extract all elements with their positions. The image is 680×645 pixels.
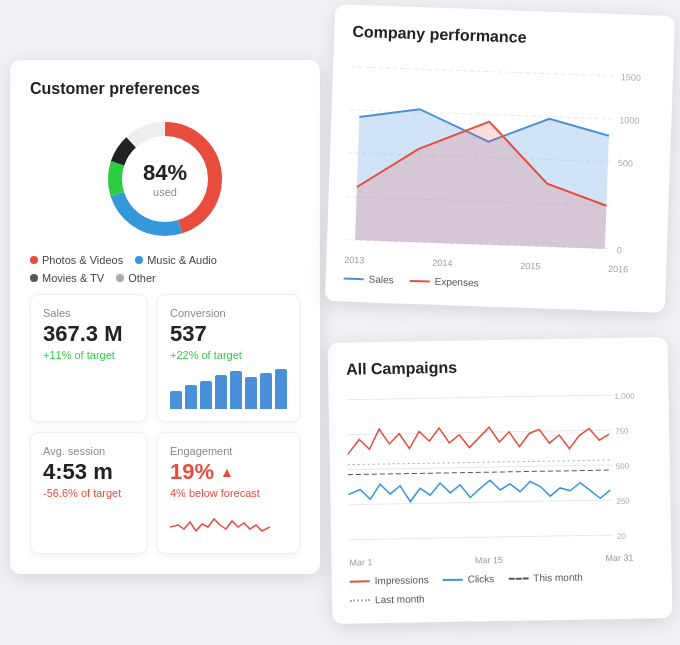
customer-preferences-card: Customer preferences 84% used (10, 60, 320, 574)
x-label-mar31: Mar 31 (605, 553, 633, 563)
music-dot (135, 256, 143, 264)
bar-8 (275, 369, 287, 409)
legend-last-month: Last month (350, 593, 425, 605)
company-legend: Sales Expenses (344, 273, 648, 295)
svg-line-18 (348, 465, 613, 470)
expenses-line-icon (410, 279, 430, 282)
svg-line-26 (348, 470, 610, 475)
customer-card-title: Customer preferences (30, 80, 300, 98)
avg-session-value: 4:53 m (43, 461, 134, 483)
campaigns-chart-area: 1,000 750 500 250 20 Mar 1 Mar 15 Mar 31 (346, 389, 654, 605)
avg-session-sub: -56.6% of target (43, 487, 134, 499)
company-chart-area: 1500 1000 500 0 2013 2014 2015 2016 Sale… (344, 57, 656, 294)
engagement-sub: 4% below forecast (170, 487, 287, 499)
campaigns-x-labels: Mar 1 Mar 15 Mar 31 (349, 552, 653, 567)
this-month-label: This month (533, 572, 583, 584)
sales-line-icon (344, 277, 364, 280)
donut-label: used (143, 186, 187, 198)
last-month-line-icon (350, 599, 370, 601)
svg-text:500: 500 (618, 158, 633, 169)
engagement-label: Engagement (170, 445, 287, 457)
legend-sales: Sales (344, 273, 394, 286)
bar-5 (230, 371, 242, 409)
svg-line-19 (348, 500, 613, 505)
svg-text:1500: 1500 (621, 72, 641, 83)
donut-chart-container: 84% used (30, 114, 300, 244)
svg-text:20: 20 (617, 532, 627, 541)
photos-dot (30, 256, 38, 264)
engagement-mini-card: Engagement 19% ▲ 4% below forecast (157, 432, 300, 554)
expenses-legend-label: Expenses (434, 276, 478, 289)
engagement-value: 19% (170, 461, 214, 483)
donut-legend: Photos & Videos Music & Audio Movies & T… (30, 254, 300, 284)
donut-chart: 84% used (100, 114, 230, 244)
svg-text:1000: 1000 (619, 115, 639, 126)
bar-2 (185, 385, 197, 409)
sales-label: Sales (43, 307, 134, 319)
legend-item-movies: Movies & TV (30, 272, 104, 284)
conversion-label: Conversion (170, 307, 287, 319)
sales-value: 367.3 M (43, 323, 134, 345)
conversion-bar-chart (170, 369, 287, 409)
donut-center: 84% used (143, 160, 187, 198)
svg-text:750: 750 (615, 427, 629, 436)
bar-3 (200, 381, 212, 409)
impressions-label: Impressions (375, 574, 429, 586)
clicks-line-icon (443, 578, 463, 580)
other-dot (116, 274, 124, 282)
svg-text:1,000: 1,000 (614, 392, 635, 401)
legend-item-music: Music & Audio (135, 254, 217, 266)
svg-text:500: 500 (616, 462, 630, 471)
x-label-2016: 2016 (608, 264, 628, 275)
x-label-mar15: Mar 15 (475, 555, 503, 565)
conversion-mini-card: Conversion 537 +22% of target (157, 294, 300, 422)
bar-1 (170, 391, 182, 409)
svg-line-5 (351, 67, 616, 76)
legend-item-photos: Photos & Videos (30, 254, 123, 266)
svg-line-27 (348, 460, 610, 465)
sales-legend-label: Sales (369, 273, 394, 285)
svg-line-16 (347, 395, 612, 400)
engagement-sparkline (170, 507, 287, 541)
legend-impressions: Impressions (350, 574, 429, 586)
svg-line-17 (347, 430, 612, 435)
movies-label: Movies & TV (42, 272, 104, 284)
sales-sub: +11% of target (43, 349, 134, 361)
campaigns-chart-svg: 1,000 750 500 250 20 (346, 390, 639, 550)
bar-6 (245, 377, 257, 409)
campaigns-legend: Impressions Clicks This month Last month (350, 570, 654, 605)
svg-line-20 (349, 535, 614, 540)
this-month-line-icon (508, 577, 528, 579)
campaigns-card: All Campaigns 1,000 750 500 250 20 (328, 337, 673, 624)
movies-dot (30, 274, 38, 282)
conversion-sub: +22% of target (170, 349, 287, 361)
company-chart-svg: 1500 1000 500 0 (345, 57, 641, 257)
avg-session-label: Avg. session (43, 445, 134, 457)
conversion-value: 537 (170, 323, 287, 345)
sparkline-svg (170, 507, 270, 537)
legend-item-other: Other (116, 272, 156, 284)
other-label: Other (128, 272, 156, 284)
campaigns-card-title: All Campaigns (346, 355, 650, 378)
legend-clicks: Clicks (443, 573, 495, 585)
x-label-2014: 2014 (432, 258, 452, 269)
x-label-2013: 2013 (344, 255, 364, 266)
impressions-line-icon (350, 580, 370, 582)
bar-7 (260, 373, 272, 409)
mini-cards-grid: Sales 367.3 M +11% of target Conversion … (30, 294, 300, 554)
bar-4 (215, 375, 227, 409)
company-card-title: Company performance (352, 23, 656, 52)
x-label-mar1: Mar 1 (349, 557, 372, 567)
photos-label: Photos & Videos (42, 254, 123, 266)
music-label: Music & Audio (147, 254, 217, 266)
x-label-2015: 2015 (520, 261, 540, 272)
legend-this-month: This month (508, 572, 583, 584)
clicks-label: Clicks (468, 573, 495, 584)
avg-session-mini-card: Avg. session 4:53 m -56.6% of target (30, 432, 147, 554)
svg-text:250: 250 (616, 497, 630, 506)
company-performance-card: Company performance 1500 1000 500 0 2013 (325, 4, 675, 313)
sales-mini-card: Sales 367.3 M +11% of target (30, 294, 147, 422)
company-x-labels: 2013 2014 2015 2016 (344, 255, 648, 276)
warning-icon: ▲ (220, 464, 234, 480)
svg-text:0: 0 (617, 245, 622, 255)
